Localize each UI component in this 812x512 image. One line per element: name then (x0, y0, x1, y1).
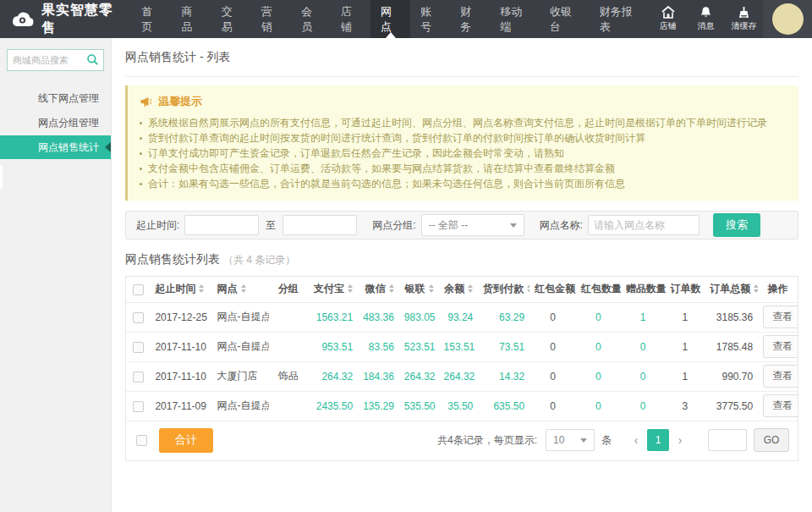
col-header-order-total[interactable]: 订单总额 (705, 277, 758, 302)
avatar[interactable] (772, 3, 804, 35)
col-header-balance[interactable]: 余额 (439, 277, 479, 302)
cell-alipay: 1563.21 (308, 302, 358, 332)
nav-item-outlet[interactable]: 网点 (370, 0, 410, 38)
col-header-outlet[interactable]: 网点 (212, 277, 269, 302)
bullet-dot-icon (140, 183, 142, 185)
date-start-input[interactable] (184, 215, 259, 235)
nav-item-goods[interactable]: 商品 (172, 0, 211, 38)
clear-cache-button[interactable]: 清缓存 (725, 0, 763, 38)
page-size-select[interactable]: 10 (546, 429, 595, 451)
cell-date: 2017-11-10 (150, 361, 211, 391)
nav-item-finance[interactable]: 财务 (450, 0, 490, 38)
pagination-summary: 共4条记录，每页显示: (437, 433, 537, 448)
outlet-name-input[interactable] (588, 215, 700, 235)
avatar-area (763, 0, 812, 38)
table-footer: 合计 共4条记录，每页显示: 10 条 ‹ 1 › GO (126, 421, 798, 460)
cell-outlet: 大厦门店 (212, 361, 269, 391)
sidebar-search (7, 49, 104, 71)
view-button[interactable]: 查看 (763, 335, 798, 358)
nav-item-cashier[interactable]: 收银台 (540, 0, 590, 38)
page-jump-input[interactable] (708, 429, 747, 451)
bell-icon (700, 6, 712, 19)
col-header-cod[interactable]: 货到付款 (478, 277, 529, 302)
cell-wechat: 135.29 (358, 391, 399, 421)
col-header-wechat[interactable]: 微信 (358, 277, 399, 302)
col-header-group: 分组 (269, 277, 309, 302)
nav-item-marketing[interactable]: 营销 (251, 0, 291, 38)
cell-order-total: 990.70 (705, 361, 758, 391)
row-checkbox[interactable] (133, 401, 144, 412)
nav-item-account[interactable]: 账号 (410, 0, 450, 38)
date-end-input[interactable] (283, 215, 357, 235)
date-range-label: 起止时间: (136, 218, 179, 233)
sidebar-item-label: 网点分组管理 (38, 117, 99, 129)
sidebar-menu: 线下网点管理 网点分组管理 网点销售统计 (0, 86, 111, 159)
cell-red-amount: 0 (529, 332, 576, 361)
nav-item-label: 店铺 (341, 4, 360, 35)
footer-select-checkbox[interactable] (136, 435, 147, 446)
cloud-logo-icon (11, 11, 35, 27)
col-header-order-count[interactable]: 订单数 (666, 277, 705, 302)
cell-outlet: 网点-自提点 (212, 302, 269, 332)
row-checkbox[interactable] (133, 372, 144, 383)
view-button[interactable]: 查看 (763, 365, 798, 388)
tips-list: 系统根据自然周展示网点的所有支付信息，可通过起止时间、网点分组、网点名称查询支付… (140, 115, 787, 191)
col-header-date[interactable]: 起止时间 (150, 277, 211, 302)
sort-icon (705, 284, 705, 293)
cell-order-total: 3775.50 (705, 391, 758, 421)
store-icon (661, 6, 675, 19)
to-label: 至 (266, 218, 276, 233)
message-button[interactable]: 消息 (687, 0, 725, 38)
row-checkbox[interactable] (133, 342, 144, 353)
brand-title: 果实智慧零售 (41, 2, 120, 37)
cell-gift-count: 1 (621, 302, 666, 332)
sales-stats-table: 起止时间 网点 分组 支付宝 微信 银联 余额 货到付款 红包金额 红包数量 赠… (125, 276, 798, 461)
cell-alipay: 2435.50 (308, 391, 358, 421)
sidebar-scrollbar[interactable] (0, 165, 3, 189)
record-count: （共 4 条记录） (223, 254, 295, 266)
sidebar-item-outlet-sales-stats[interactable]: 网点销售统计 (0, 135, 111, 159)
next-page-button[interactable]: › (671, 429, 689, 451)
sidebar-item-offline-outlet-mgmt[interactable]: 线下网点管理 (0, 86, 111, 110)
sidebar-item-outlet-group-mgmt[interactable]: 网点分组管理 (0, 111, 111, 135)
cell-order-total: 1785.48 (705, 332, 758, 361)
pagination: 共4条记录，每页显示: 10 条 ‹ 1 › GO (437, 428, 789, 452)
view-button[interactable]: 查看 (763, 394, 798, 417)
sidebar-item-label: 线下网点管理 (38, 92, 99, 104)
section-title: 网点销售统计列表 (125, 252, 220, 266)
nav-item-mobile[interactable]: 移动端 (490, 0, 540, 38)
nav-item-trade[interactable]: 交易 (211, 0, 251, 38)
outlet-group-select[interactable]: -- 全部 -- (421, 214, 524, 236)
nav-item-shop[interactable]: 店铺 (331, 0, 370, 38)
go-button[interactable]: GO (754, 428, 789, 452)
cell-red-count: 0 (576, 302, 621, 332)
cell-order-count: 1 (666, 302, 705, 332)
nav-item-member[interactable]: 会员 (291, 0, 331, 38)
cell-date: 2017-12-25 (150, 302, 211, 332)
view-button[interactable]: 查看 (763, 306, 798, 328)
row-checkbox[interactable] (133, 312, 144, 323)
sort-icon (468, 284, 473, 293)
store-button[interactable]: 店铺 (649, 0, 687, 38)
cell-wechat: 483.36 (358, 302, 399, 332)
select-all-checkbox[interactable] (133, 284, 144, 295)
prev-page-button[interactable]: ‹ (627, 429, 645, 451)
col-header-red-count: 红包数量 (576, 277, 621, 302)
table-row: 2017-11-10 网点-自提点 953.51 83.56 523.51 15… (126, 332, 798, 361)
nav-item-label: 财务 (460, 4, 480, 35)
nav-item-home[interactable]: 首页 (131, 0, 171, 38)
brand[interactable]: 果实智慧零售 (0, 0, 131, 38)
total-button[interactable]: 合计 (159, 428, 213, 453)
tip-item: 货到付款订单查询的起止时间按发货的时间进行统计查询，货到付款订单的付款时间按订单… (140, 130, 787, 146)
col-header-unionpay[interactable]: 银联 (399, 277, 439, 302)
col-header-action: 操作 (758, 277, 798, 302)
search-icon[interactable] (86, 53, 99, 66)
nav-item-label: 收银台 (550, 4, 579, 35)
table-row: 2017-12-25 网点-自提点 1563.21 483.36 983.05 … (126, 302, 798, 332)
current-page-button[interactable]: 1 (647, 429, 669, 451)
col-header-alipay[interactable]: 支付宝 (308, 277, 358, 302)
tip-item: 订单支付成功即可产生资金记录，订单退款后任然会产生记录，因此金额会时常变动，请熟… (140, 146, 787, 161)
nav-item-finance-report[interactable]: 财务报表 (590, 0, 649, 38)
bullet-dot-icon (140, 122, 142, 124)
search-button[interactable]: 搜索 (713, 213, 760, 237)
